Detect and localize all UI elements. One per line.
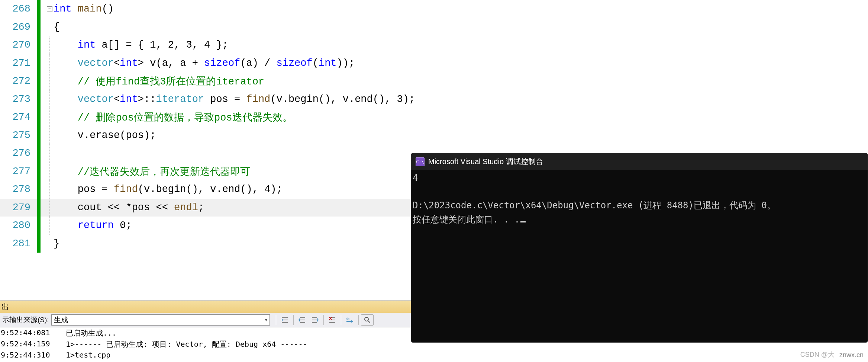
console-output: 4 D:\2023code.c\Vector\x64\Debug\Vector.…	[411, 170, 868, 228]
toolbar-separator	[358, 315, 359, 325]
code-text: vector<int>::iterator pos = find(v.begin…	[54, 94, 415, 105]
code-text: v.erase(pos);	[54, 130, 156, 141]
line-number: 271	[0, 58, 37, 69]
line-number: 277	[0, 166, 37, 177]
log-row: 9:52:44:310 1>test.cpp	[1, 350, 867, 362]
chevron-down-icon: ▾	[265, 317, 267, 323]
clear-icon[interactable]	[326, 314, 339, 326]
svg-point-1	[365, 317, 368, 321]
toolbar-separator	[323, 315, 324, 325]
code-text: {	[54, 22, 59, 33]
search-icon[interactable]	[361, 314, 374, 326]
svg-text:ab: ab	[346, 317, 349, 321]
line-number: 279	[0, 202, 37, 213]
console-titlebar[interactable]: C:\ Microsoft Visual Studio 调试控制台	[411, 153, 868, 170]
next-icon[interactable]	[309, 314, 321, 326]
line-number: 276	[0, 148, 37, 159]
line-number: 275	[0, 130, 37, 141]
debug-console-window[interactable]: C:\ Microsoft Visual Studio 调试控制台 4 D:\2…	[411, 153, 868, 343]
code-text: int main()	[54, 3, 114, 15]
line-number: 281	[0, 238, 37, 249]
wrap-icon[interactable]: ab	[343, 314, 356, 326]
line-number: 268	[0, 3, 37, 15]
code-text: }	[54, 238, 59, 249]
code-text: pos = find(v.begin(), v.end(), 4);	[54, 184, 283, 195]
line-number: 273	[0, 94, 37, 105]
output-source-dropdown[interactable]: 生成 ▾	[51, 314, 270, 326]
console-app-icon: C:\	[416, 157, 425, 166]
code-text: return 0;	[54, 220, 132, 231]
code-text: cout << *pos << endl;	[54, 202, 204, 213]
cursor-icon	[520, 221, 526, 222]
line-number: 270	[0, 39, 37, 51]
line-number: 274	[0, 112, 37, 123]
collapse-toggle-icon[interactable]: −	[47, 6, 52, 12]
console-title: Microsoft Visual Studio 调试控制台	[428, 157, 543, 167]
toolbar-separator	[276, 315, 276, 325]
code-text: vector<int> v(a, a + sizeof(a) / sizeof(…	[54, 58, 355, 69]
code-text: //迭代器失效后，再次更新迭代器即可	[54, 165, 250, 178]
code-text: // 删除pos位置的数据，导致pos迭代器失效。	[54, 110, 293, 124]
line-number: 280	[0, 220, 37, 231]
indent-icon[interactable]	[278, 314, 291, 326]
line-number: 278	[0, 184, 37, 195]
prev-icon[interactable]	[296, 314, 309, 326]
watermark-csdn: CSDN @大	[800, 350, 835, 359]
line-number: 272	[0, 76, 37, 87]
toolbar-separator	[293, 315, 294, 325]
code-text: int a[] = { 1, 2, 3, 4 };	[54, 39, 228, 51]
output-source-label: 示输出来源(S):	[0, 315, 51, 325]
output-source-value: 生成	[54, 315, 68, 325]
line-number: 269	[0, 22, 37, 33]
watermark-site: znwx.cn	[839, 351, 864, 359]
code-text: // 使用find查找3所在位置的iterator	[54, 74, 264, 88]
toolbar-separator	[341, 315, 341, 325]
